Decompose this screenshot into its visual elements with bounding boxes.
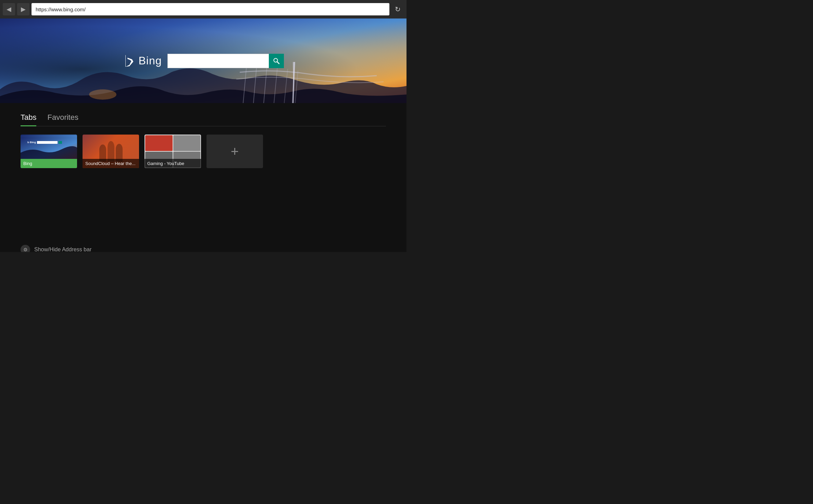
svg-point-8	[89, 89, 116, 100]
add-plus-icon: +	[231, 144, 239, 158]
landscape-silhouette	[0, 62, 406, 103]
address-bar-toggle-label[interactable]: Show/Hide Address bar	[34, 247, 91, 252]
bing-text: Bing	[138, 54, 162, 67]
tab-card-youtube[interactable]: Gaming - YouTube	[145, 135, 201, 168]
svg-line-10	[277, 62, 279, 64]
back-button[interactable]: ◀	[3, 3, 15, 15]
reload-button[interactable]: ↻	[391, 3, 404, 15]
bing-b-icon	[123, 54, 136, 67]
add-tab-button[interactable]: +	[207, 135, 263, 168]
back-icon: ◀	[7, 5, 11, 13]
address-bar-toggle-icon[interactable]: ⚙	[21, 245, 30, 252]
sc-figure-2	[108, 141, 114, 162]
soundcloud-figures	[99, 141, 123, 162]
bing-thumb-input	[37, 141, 58, 144]
bing-thumb-btn	[59, 141, 62, 144]
content-area: Tabs Favorites	[0, 103, 406, 240]
tabs-nav-item[interactable]: Tabs	[21, 113, 36, 126]
tab-card-soundcloud-label: SoundCloud – Hear the...	[83, 159, 139, 168]
tab-card-soundcloud[interactable]: SoundCloud – Hear the...	[83, 135, 139, 168]
search-icon	[273, 58, 280, 64]
bottom-bar: ⚙ Show/Hide Address bar	[0, 240, 406, 252]
reload-icon: ↻	[395, 5, 401, 13]
bing-search-input[interactable]	[167, 54, 269, 68]
tab-card-bing[interactable]: b Bing Bing	[21, 135, 77, 168]
tab-card-bing-label: Bing	[21, 159, 77, 168]
tab-card-youtube-label: Gaming - YouTube	[145, 159, 201, 168]
yt-cell-1	[145, 135, 173, 151]
forward-button[interactable]: ▶	[17, 3, 29, 15]
favorites-nav-item[interactable]: Favorites	[47, 113, 78, 126]
bing-logo: Bing	[123, 54, 162, 67]
bing-search-button[interactable]	[269, 54, 284, 68]
tabs-grid: b Bing Bing SoundCloud – Hear the...	[21, 135, 386, 168]
gear-icon: ⚙	[23, 247, 28, 252]
yt-cell-2	[173, 135, 201, 151]
browser-toolbar: ◀ ▶ ↻	[0, 0, 406, 18]
hero-banner: Bing	[0, 18, 406, 103]
tabs-favorites-nav: Tabs Favorites	[21, 113, 386, 126]
bing-search-container: Bing	[123, 54, 284, 68]
forward-icon: ▶	[21, 5, 26, 13]
bing-thumb-bar: b Bing	[27, 141, 62, 144]
bing-search-box	[167, 54, 284, 68]
address-bar[interactable]	[32, 3, 389, 15]
